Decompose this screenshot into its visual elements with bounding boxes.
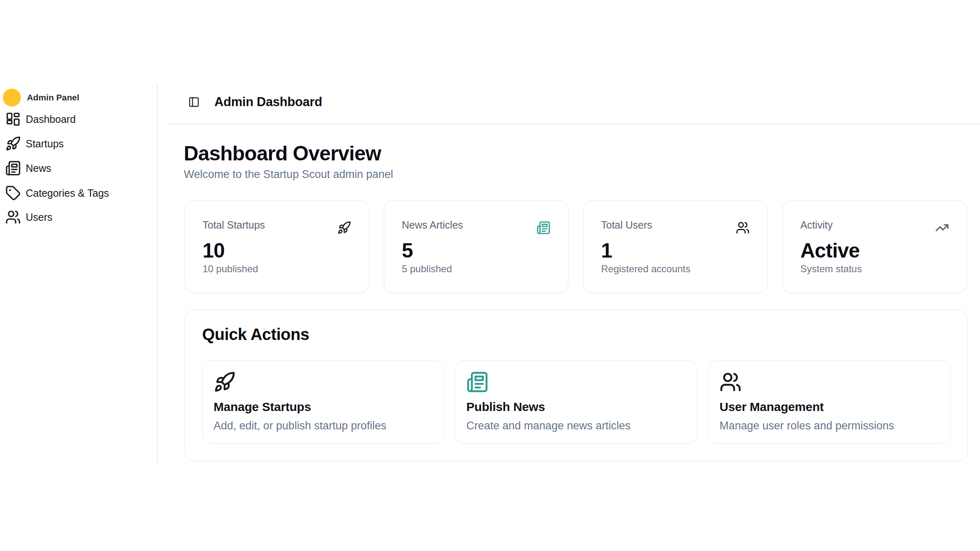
sidebar-item-dashboard[interactable]: Dashboard [5, 111, 148, 128]
stat-label: Activity [800, 219, 833, 231]
panel-left-icon [188, 96, 200, 108]
header-divider [168, 124, 980, 124]
sidebar-item-label: Categories & Tags [26, 187, 109, 199]
brand-label: Admin Panel [27, 93, 79, 102]
quick-actions-title: Quick Actions [202, 325, 309, 344]
sidebar-item-label: Users [26, 211, 52, 223]
stat-card-news-articles: News Articles 5 5 published [384, 200, 568, 293]
stat-subtext: System status [800, 263, 862, 275]
stat-subtext: Registered accounts [601, 263, 690, 275]
sidebar-toggle-button[interactable] [188, 96, 200, 108]
stat-card-total-startups: Total Startups 10 10 published [185, 200, 369, 293]
sidebar-item-label: Startups [26, 138, 64, 150]
action-description: Create and manage news articles [466, 420, 630, 432]
stat-card-activity: Activity Active System status [782, 200, 967, 293]
action-description: Manage user roles and permissions [719, 420, 894, 432]
trending-up-icon [935, 221, 949, 235]
newspaper-icon [5, 160, 21, 176]
app-canvas: Admin Panel Dashboard Startups News Cate… [0, 0, 980, 551]
stat-value: Active [800, 239, 860, 262]
action-title: User Management [719, 400, 824, 414]
sidebar-item-news[interactable]: News [5, 160, 148, 177]
tag-icon [5, 185, 21, 201]
stat-value: 10 [203, 239, 225, 262]
sidebar-item-label: Dashboard [26, 113, 76, 125]
stat-subtext: 5 published [402, 263, 452, 275]
users-icon [719, 371, 742, 393]
stat-value: 1 [601, 239, 612, 262]
users-icon [5, 209, 21, 225]
newspaper-icon [537, 221, 550, 235]
stat-subtext: 10 published [203, 263, 258, 275]
action-card-user-management[interactable]: User Management Manage user roles and pe… [708, 360, 951, 444]
stat-value: 5 [402, 239, 413, 262]
sidebar-item-categories-tags[interactable]: Categories & Tags [5, 184, 148, 202]
sidebar-item-users[interactable]: Users [5, 209, 148, 226]
overview-title: Dashboard Overview [184, 142, 381, 165]
page-title: Admin Dashboard [214, 95, 322, 109]
stat-card-total-users: Total Users 1 Registered accounts [583, 200, 768, 293]
rocket-icon [337, 221, 351, 235]
action-card-publish-news[interactable]: Publish News Create and manage news arti… [455, 360, 697, 444]
action-title: Publish News [466, 400, 545, 414]
overview-subtitle: Welcome to the Startup Scout admin panel [184, 168, 393, 181]
brand: Admin Panel [3, 89, 79, 107]
rocket-icon [214, 371, 236, 393]
action-card-manage-startups[interactable]: Manage Startups Add, edit, or publish st… [202, 360, 445, 444]
quick-actions-panel: Quick Actions Manage Startups Add, edit,… [185, 309, 968, 461]
action-title: Manage Startups [214, 400, 311, 414]
users-icon [736, 221, 750, 235]
stat-label: Total Users [601, 219, 652, 231]
brand-logo [3, 89, 21, 107]
newspaper-icon [466, 371, 488, 393]
layout-dashboard-icon [5, 111, 21, 127]
rocket-icon [5, 136, 21, 151]
sidebar-item-startups[interactable]: Startups [5, 135, 148, 152]
action-description: Add, edit, or publish startup profiles [214, 420, 386, 432]
sidebar-divider [157, 85, 158, 465]
stat-label: News Articles [402, 219, 463, 231]
stat-label: Total Startups [203, 219, 265, 231]
sidebar-item-label: News [26, 162, 51, 174]
